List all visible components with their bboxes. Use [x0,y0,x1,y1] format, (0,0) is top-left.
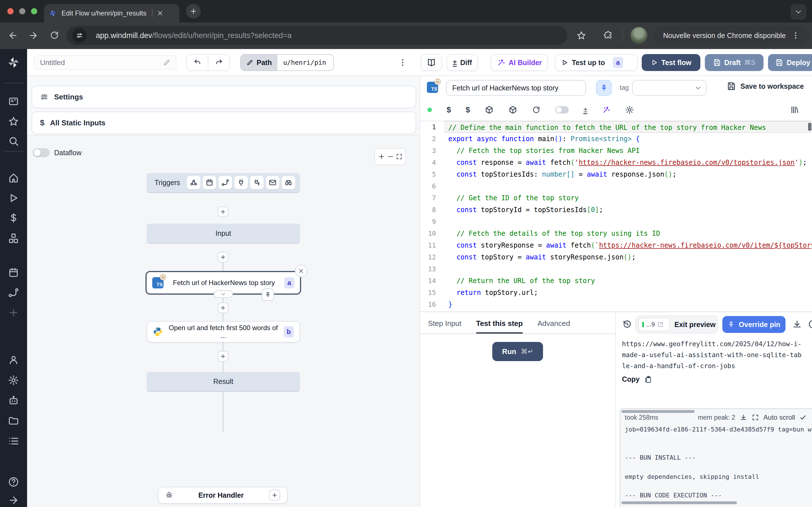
fit-view-icon[interactable] [396,153,403,160]
trigger-schedule-icon[interactable] [203,176,216,189]
result-value[interactable]: https://www.geoffreylitt.com/2025/04/12/… [622,339,804,372]
pin-step-button[interactable] [262,288,274,301]
diff-icon[interactable]: ± [583,106,587,114]
history-icon[interactable] [622,320,631,329]
sidebar-item-settings[interactable] [8,375,19,386]
triggers-node[interactable]: Triggers [147,173,300,192]
path-button[interactable]: Path [241,55,277,70]
tag-select[interactable] [632,80,707,96]
info-icon[interactable] [808,320,812,329]
log-scrollbar-top[interactable] [621,410,695,413]
override-pin-button[interactable]: Override pin [722,316,785,333]
flow-settings-row[interactable]: Settings [32,86,416,108]
code-line-3[interactable]: 3 // Fetch the top stories from Hacker N… [420,145,812,157]
save-to-workspace-button[interactable]: Save to workspace [727,82,804,91]
trigger-webhook-icon[interactable] [187,176,200,189]
test-flow-button[interactable]: Test flow [642,54,700,71]
tab-advanced[interactable]: Advanced [538,319,570,334]
editor-toggle[interactable] [555,106,569,114]
code-line-10[interactable]: 10 // Fetch the details of the top story… [420,228,812,239]
back-icon[interactable] [8,31,18,41]
step-b-node[interactable]: Open url and fetch first 500 words of ..… [147,321,300,342]
sidebar-item-schedules[interactable] [8,267,19,278]
code-line-15[interactable]: 15 return topStory.url; [420,287,812,298]
sidebar-item-help[interactable] [8,476,19,488]
sidebar-item-workers[interactable] [8,395,19,406]
ai-builder-button[interactable]: AI Builder [491,54,548,71]
code-line-4[interactable]: 4 const response = await fetch('https://… [420,157,812,168]
input-node[interactable]: Input [147,224,300,243]
sidebar-item-folders[interactable] [8,415,19,427]
package-icon[interactable] [485,105,494,114]
sidebar-item-search[interactable] [8,135,19,147]
copy-button[interactable]: Copy [622,375,652,383]
draft-button[interactable]: Draft⌘S [705,54,763,71]
deploy-button[interactable]: Deploy [768,54,812,71]
download-result-icon[interactable] [792,320,802,329]
chrome-update-button[interactable]: Nouvelle version de Chrome disponible [653,26,810,45]
variables-icon[interactable]: $ [447,105,451,114]
undo-button[interactable] [187,55,208,70]
exit-preview-button[interactable]: Exit preview [674,321,716,329]
sidebar-item-users[interactable] [8,354,19,365]
script-name-input[interactable]: Fetch url of HackerNews top story [446,80,586,96]
script-settings-icon[interactable] [625,105,634,114]
code-line-11[interactable]: 11 const storyResponse = await fetch(`ht… [420,239,812,251]
zoom-window-button[interactable] [31,8,37,14]
dataflow-toggle[interactable] [33,148,50,157]
trigger-scan-icon[interactable] [282,176,295,189]
tab-test-this-step[interactable]: Test this step [476,319,523,334]
flow-more-menu-icon[interactable] [398,58,407,67]
code-editor[interactable]: 1// Define the main function to fetch th… [420,121,812,312]
library-icon[interactable] [790,105,799,114]
trigger-plug-icon[interactable] [234,176,248,189]
pin-active-button[interactable] [596,80,612,96]
flow-canvas[interactable]: Dataflow Triggers Input TS Fetch url of … [27,135,419,507]
static-inputs-row[interactable]: $ All Static Inputs [32,112,416,134]
trigger-email-icon[interactable] [266,176,280,189]
log-scrollbar-bottom[interactable] [621,501,737,504]
test-up-to-button[interactable]: Test up to a [555,54,638,71]
edit-name-icon[interactable] [163,59,170,66]
sidebar-item-variables[interactable] [8,212,19,224]
code-line-9[interactable]: 9 [420,216,812,228]
trigger-route-icon[interactable] [218,176,232,189]
add-step-button[interactable] [218,252,229,263]
windmill-logo[interactable] [7,56,20,69]
sidebar-item-favorites[interactable] [8,116,19,127]
redo-button[interactable] [208,55,230,70]
sidebar-item-audit-logs[interactable] [8,436,19,447]
add-step-button[interactable] [218,207,229,217]
trigger-plug-zap-icon[interactable] [250,176,264,189]
add-step-button[interactable] [218,351,229,362]
ai-assistant-icon[interactable] [602,106,610,114]
docs-button[interactable] [421,54,442,71]
forward-icon[interactable] [28,31,38,41]
log-panel[interactable]: took 258ms mem peak: 2 Auto scroll job=0… [620,408,812,507]
code-line-2[interactable]: 2export async function main(): Promise<s… [420,133,812,145]
zoom-in-icon[interactable] [378,153,385,160]
code-line-7[interactable]: 7 // Get the ID of the top story [420,192,812,204]
code-line-16[interactable]: 16} [420,298,812,311]
sidebar-item-workspaces[interactable] [8,96,19,107]
reload-icon[interactable] [50,31,59,40]
resources-icon[interactable]: $ [466,105,470,114]
code-line-14[interactable]: 14 // Return the URL of the top story [420,275,812,287]
add-step-button[interactable] [218,302,229,313]
result-node[interactable]: Result [147,372,300,391]
site-settings-button[interactable] [72,28,87,43]
extensions-icon[interactable] [603,31,613,40]
error-handler-node[interactable]: Error Handler [158,487,288,504]
sidebar-item-triggers[interactable] [8,287,19,298]
code-line-8[interactable]: 8 const topStoryId = topStoriesIds[0]; [420,204,812,216]
reload-icon[interactable] [532,106,541,114]
sidebar-item-home[interactable] [8,172,19,184]
code-line-5[interactable]: 5 const topStoriesIds: number[] = await … [420,168,812,180]
job-badge[interactable]: ...9 [638,318,670,331]
tab-step-input[interactable]: Step Input [428,319,462,334]
code-line-1[interactable]: 1// Define the main function to fetch th… [420,121,812,133]
delete-step-button[interactable] [295,265,307,277]
run-button[interactable]: Run⌘↵ [492,342,543,361]
add-error-handler-button[interactable] [269,490,280,501]
editor-scrollbar-thumb[interactable] [808,123,811,131]
